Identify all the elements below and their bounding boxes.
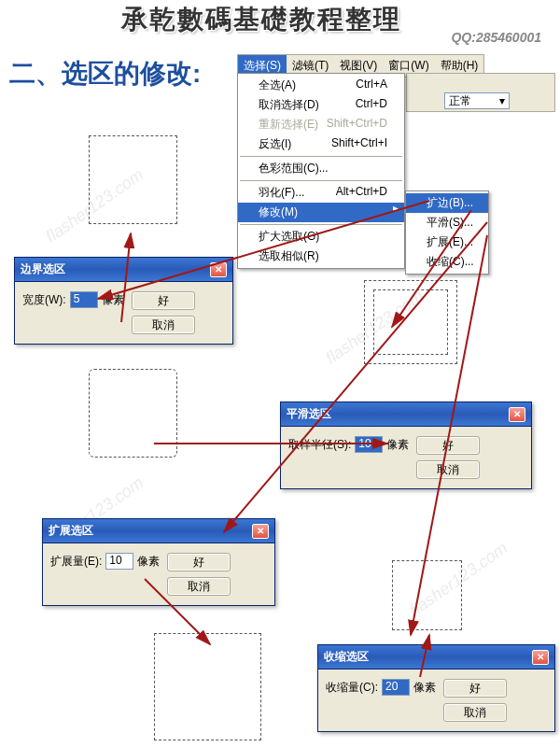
close-icon[interactable]: ✕	[210, 262, 227, 277]
menu-item-reselect: 重新选择(E)Shift+Ctrl+D	[238, 115, 404, 134]
menu-item-select-all[interactable]: 全选(A)Ctrl+A	[238, 76, 404, 95]
toolbar-fragment: 正常	[406, 73, 555, 112]
unit-label: 像素	[137, 554, 160, 570]
border-width-label: 宽度(W):	[22, 292, 66, 308]
dialog-contract-title: 收缩选区	[324, 649, 369, 665]
dialog-expand-title: 扩展选区	[49, 523, 93, 539]
menu-item-similar[interactable]: 选取相似(R)	[238, 247, 404, 266]
menu-item-deselect[interactable]: 取消选择(D)Ctrl+D	[238, 95, 404, 115]
close-icon[interactable]: ✕	[532, 650, 549, 665]
dialog-expand: 扩展选区 ✕ 扩展量(E): 10 像素 好 取消	[42, 518, 275, 606]
border-width-input[interactable]: 5	[70, 291, 98, 308]
contract-amount-label: 收缩量(C):	[326, 680, 378, 696]
unit-label: 像素	[102, 292, 124, 308]
cancel-button[interactable]: 取消	[132, 316, 195, 334]
dialog-border: 边界选区 ✕ 宽度(W): 5 像素 好 取消	[14, 257, 233, 345]
toolbar-mode-select[interactable]: 正常	[444, 92, 510, 109]
smooth-radius-input[interactable]: 10	[355, 436, 383, 453]
watermark-qq: QQ:285460001	[451, 30, 541, 45]
close-icon[interactable]: ✕	[509, 407, 525, 422]
menu-item-feather[interactable]: 羽化(F)...Alt+Ctrl+D	[238, 183, 404, 203]
selection-preview	[89, 135, 177, 224]
ok-button[interactable]: 好	[416, 436, 480, 455]
menu-item-modify[interactable]: 修改(M)	[238, 203, 404, 222]
ok-button[interactable]: 好	[443, 679, 507, 698]
dialog-contract-titlebar[interactable]: 收缩选区 ✕	[318, 645, 554, 669]
menu-item-grow[interactable]: 扩大选取(G)	[238, 227, 404, 247]
cancel-button[interactable]: 取消	[416, 460, 480, 479]
ok-button[interactable]: 好	[132, 291, 195, 310]
submenu-contract[interactable]: 收缩(C)...	[406, 252, 488, 272]
submenu-border[interactable]: 扩边(B)...	[406, 193, 488, 213]
cancel-button[interactable]: 取消	[443, 703, 507, 722]
expand-amount-label: 扩展量(E):	[50, 554, 102, 570]
menu-separator	[240, 224, 402, 225]
selection-preview-inner	[373, 289, 448, 355]
dialog-border-title: 边界选区	[21, 261, 65, 277]
close-icon[interactable]: ✕	[252, 524, 269, 539]
selection-preview-contract	[392, 560, 462, 630]
dialog-smooth: 平滑选区 ✕ 取样半径(S): 10 像素 好 取消	[280, 402, 532, 489]
watermark-title: 承乾數碼基礎教程整理	[121, 2, 401, 37]
ok-button[interactable]: 好	[167, 553, 231, 571]
selection-preview-expand	[154, 633, 261, 740]
select-menu-dropdown: 全选(A)Ctrl+A 取消选择(D)Ctrl+D 重新选择(E)Shift+C…	[237, 73, 405, 269]
menu-item-color-range[interactable]: 色彩范围(C)...	[238, 159, 404, 178]
submenu-expand[interactable]: 扩展(E)...	[406, 233, 488, 252]
unit-label: 像素	[386, 437, 409, 453]
dialog-expand-titlebar[interactable]: 扩展选区 ✕	[43, 519, 274, 543]
menu-item-inverse[interactable]: 反选(I)Shift+Ctrl+I	[238, 134, 404, 154]
cancel-button[interactable]: 取消	[167, 577, 231, 596]
modify-submenu: 扩边(B)... 平滑(S)... 扩展(E)... 收缩(C)...	[405, 190, 489, 275]
submenu-smooth[interactable]: 平滑(S)...	[406, 213, 488, 233]
smooth-radius-label: 取样半径(S):	[288, 437, 351, 453]
expand-amount-input[interactable]: 10	[105, 553, 133, 570]
toolbar-mode-value: 正常	[449, 93, 471, 109]
unit-label: 像素	[413, 680, 436, 696]
dialog-contract: 收缩选区 ✕ 收缩量(C): 20 像素 好 取消	[317, 644, 555, 732]
dialog-border-titlebar[interactable]: 边界选区 ✕	[15, 258, 232, 282]
menu-separator	[240, 180, 402, 181]
selection-preview-smooth	[89, 369, 177, 458]
dialog-smooth-title: 平滑选区	[287, 406, 331, 422]
section-heading: 二、选区的修改:	[9, 56, 201, 92]
menu-separator	[240, 156, 402, 157]
contract-amount-input[interactable]: 20	[382, 679, 410, 696]
dialog-smooth-titlebar[interactable]: 平滑选区 ✕	[281, 402, 531, 427]
